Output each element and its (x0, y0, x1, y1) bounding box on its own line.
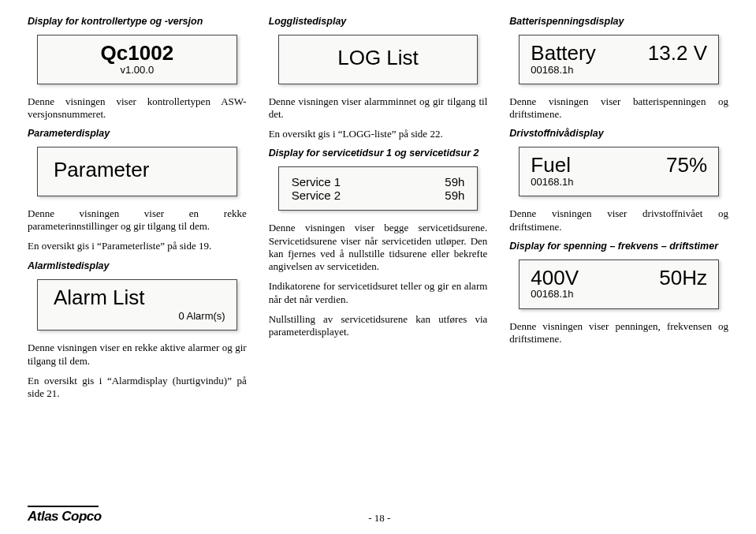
controller-version: v1.00.0 (49, 65, 225, 76)
page-footer: Atlas Copco - 18 - (28, 506, 728, 525)
display-fuel: Fuel 75% 00168.1h (519, 147, 719, 196)
text-controller-desc: Denne visningen viser kontrollertypen AS… (28, 95, 247, 121)
heading-parameter: Parameterdisplay (28, 128, 247, 139)
service2-label: Service 2 (292, 189, 341, 202)
page-number: - 18 - (102, 512, 657, 525)
text-fuel-desc: Denne visningen viser drivstoffnivået og… (509, 207, 728, 233)
text-service-desc1: Denne visningen viser begge servicetidsu… (269, 222, 488, 273)
battery-value: 13.2 V (648, 42, 707, 65)
frequency-value: 50Hz (659, 267, 707, 289)
display-voltage: 400V 50Hz 00168.1h (519, 260, 719, 309)
display-controller-type: Qc1002 v1.00.0 (37, 35, 237, 84)
heading-controller-type: Display for kontrollertype og -versjon (28, 16, 247, 27)
voltage-hours: 00168.1h (531, 289, 707, 300)
brand-logo: Atlas Copco (28, 509, 102, 525)
voltage-value: 400V (531, 267, 579, 289)
service2-value: 59h (445, 189, 464, 202)
fuel-value: 75% (666, 154, 707, 177)
alarm-count: 0 Alarm(s) (49, 310, 225, 322)
heading-service: Display for servicetidsur 1 og serviceti… (269, 148, 488, 159)
text-battery-desc: Denne visningen viser batterispenningen … (509, 95, 728, 121)
text-parameter-ref: En oversikt gis i “Parameterliste” på si… (28, 240, 247, 252)
text-voltage-desc: Denne visningen viser penningen, frekven… (509, 320, 728, 346)
heading-battery: Batterispenningsdisplay (509, 16, 728, 27)
text-service-desc3: Nullstilling av servicetidsurene kan utf… (269, 313, 488, 339)
battery-hours: 00168.1h (531, 65, 707, 76)
column-right: Batterispenningsdisplay Battery 13.2 V 0… (509, 16, 728, 407)
display-service: Service 1 59h Service 2 59h (278, 166, 479, 211)
column-left: Display for kontrollertype og -versjon Q… (28, 16, 247, 407)
display-parameter: Parameter (37, 147, 237, 196)
loglist-label: LOG List (290, 42, 467, 76)
service1-value: 59h (445, 175, 464, 189)
text-alarmlist-ref: En oversikt gis i “Alarmdisplay (hurtigv… (28, 375, 247, 401)
fuel-hours: 00168.1h (531, 177, 707, 188)
text-alarmlist-desc: Denne visningen viser en rekke aktive al… (28, 342, 247, 368)
text-parameter-desc: Denne visningen viser en rekke parameter… (28, 207, 247, 233)
display-alarmlist: Alarm List 0 Alarm(s) (37, 279, 237, 331)
heading-voltage: Display for spenning – frekvens – drifts… (509, 241, 728, 252)
service1-label: Service 1 (292, 175, 341, 189)
alarmlist-label: Alarm List (49, 286, 225, 309)
heading-alarmlist: Alarmlistedisplay (28, 260, 247, 271)
column-middle: Logglistedisplay LOG List Denne visninge… (269, 16, 488, 407)
text-loglist-ref: En oversikt gis i “LOGG-liste” på side 2… (269, 128, 488, 140)
parameter-label: Parameter (49, 154, 225, 188)
controller-model: Qc1002 (49, 42, 225, 65)
text-loglist-desc: Denne visningen viser alarmminnet og gir… (269, 95, 488, 121)
fuel-label: Fuel (531, 154, 571, 177)
display-loglist: LOG List (278, 35, 479, 84)
heading-loglist: Logglistedisplay (269, 16, 488, 27)
heading-fuel: Drivstoffnivådisplay (509, 128, 728, 139)
text-service-desc2: Indikatorene for servicetidsuret teller … (269, 280, 488, 306)
display-battery: Battery 13.2 V 00168.1h (519, 35, 719, 84)
battery-label: Battery (531, 42, 595, 65)
